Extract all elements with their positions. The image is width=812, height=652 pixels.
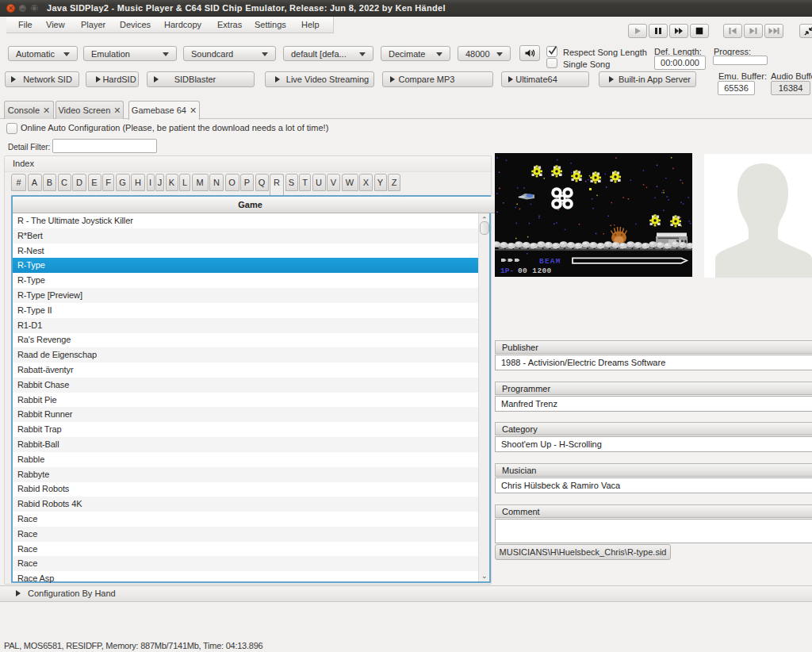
svg-text:00 1200: 00 1200 — [518, 267, 552, 275]
svg-text:BEAM: BEAM — [539, 257, 561, 266]
svg-text:1P-: 1P- — [500, 267, 514, 275]
